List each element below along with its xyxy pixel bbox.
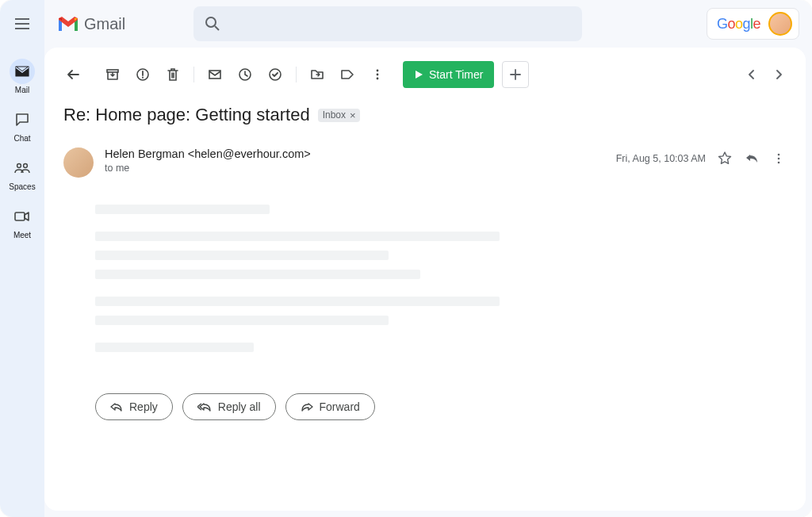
hamburger-icon (15, 18, 29, 29)
mark-unread-button[interactable] (201, 60, 229, 89)
sender-avatar[interactable] (63, 147, 94, 178)
nav-item-spaces[interactable]: Spaces (2, 151, 43, 199)
placeholder-bar (95, 232, 500, 241)
clock-icon (238, 67, 252, 82)
labels-button[interactable] (333, 60, 362, 89)
left-nav-rail: Mail Chat Spaces Meet (0, 0, 44, 517)
sender-line: Helen Bergman <helen@everhour.com> (105, 147, 616, 160)
chip-text: Inbox (323, 109, 346, 121)
chip-remove-icon[interactable]: × (347, 109, 358, 121)
svg-point-10 (377, 74, 379, 76)
nav-item-meet[interactable]: Meet (2, 199, 43, 247)
subject-row: Re: Home page: Getting started Inbox × (63, 105, 791, 125)
mail-icon (15, 66, 29, 77)
prev-message-button[interactable] (739, 62, 764, 87)
gmail-logo-text: Gmail (84, 15, 125, 33)
reply-icon (110, 401, 123, 412)
email-timestamp: Fri, Aug 5, 10:03 AM (616, 153, 706, 164)
placeholder-bar (95, 251, 389, 260)
start-timer-button[interactable]: Start Timer (403, 61, 494, 88)
nav-item-chat[interactable]: Chat (2, 102, 43, 151)
toolbar-separator (193, 67, 194, 82)
chevron-left-icon (748, 70, 756, 79)
svg-point-13 (778, 158, 780, 160)
svg-point-9 (377, 70, 379, 72)
plus-icon (509, 68, 522, 81)
reply-all-label: Reply all (218, 400, 261, 413)
inbox-label-chip[interactable]: Inbox × (318, 109, 360, 122)
message-more-button[interactable] (771, 151, 787, 167)
reply-actions: Reply Reply all Forward (95, 393, 791, 420)
app-shell: Mail Chat Spaces Meet (0, 0, 812, 517)
svg-rect-6 (209, 71, 220, 79)
placeholder-bar (95, 205, 270, 214)
chat-icon (15, 113, 29, 127)
spam-button[interactable] (128, 60, 157, 89)
gmail-logo[interactable]: Gmail (57, 15, 184, 33)
placeholder-bar (95, 343, 254, 352)
meet-icon (14, 211, 30, 222)
start-timer-label: Start Timer (429, 68, 483, 81)
envelope-icon (208, 67, 222, 82)
forward-label: Forward (320, 400, 360, 413)
nav-label-mail: Mail (15, 86, 29, 94)
star-button[interactable] (717, 151, 733, 167)
placeholder-bar (95, 316, 389, 325)
google-logo-text: Google (717, 16, 760, 33)
back-button[interactable] (59, 60, 87, 89)
archive-button[interactable] (98, 60, 127, 89)
svg-point-11 (377, 78, 379, 80)
nav-item-mail[interactable]: Mail (2, 54, 43, 102)
message-card: Start Timer Re: Home page: Getting start… (44, 48, 806, 511)
next-message-button[interactable] (766, 62, 791, 87)
recipient-line[interactable]: to me (105, 163, 616, 174)
google-account-chip[interactable]: Google (707, 8, 799, 40)
email-subject: Re: Home page: Getting started (63, 105, 310, 125)
spam-icon (136, 67, 150, 82)
forward-button[interactable]: Forward (285, 393, 375, 420)
folder-move-icon (310, 67, 324, 82)
reply-all-icon (197, 401, 212, 412)
more-vert-icon (370, 67, 385, 82)
chevron-right-icon (775, 70, 783, 79)
add-task-button[interactable] (261, 60, 289, 89)
add-button[interactable] (502, 61, 529, 88)
svg-point-12 (778, 154, 780, 156)
label-icon (340, 67, 354, 82)
main-menu-button[interactable] (6, 8, 38, 40)
placeholder-bar (95, 297, 500, 306)
delete-button[interactable] (159, 60, 187, 89)
nav-label-spaces: Spaces (9, 182, 35, 191)
search-input[interactable] (193, 6, 582, 41)
more-button[interactable] (363, 60, 392, 89)
forward-icon (301, 401, 313, 412)
gmail-logo-icon (57, 15, 79, 33)
email-body-placeholder (95, 205, 791, 370)
star-icon (718, 151, 732, 166)
svg-point-3 (206, 17, 216, 27)
arrow-left-icon (66, 67, 80, 82)
main-area: Gmail Google (44, 0, 812, 517)
svg-point-1 (24, 164, 28, 168)
nav-label-meet: Meet (13, 231, 31, 239)
task-icon (268, 67, 282, 82)
svg-point-0 (17, 164, 21, 168)
placeholder-bar (95, 270, 420, 279)
snooze-button[interactable] (231, 60, 259, 89)
message-toolbar: Start Timer (59, 59, 791, 90)
spaces-icon (14, 163, 30, 174)
play-icon (414, 70, 423, 79)
reply-icon (745, 151, 759, 166)
top-bar: Gmail Google (44, 0, 812, 48)
reply-label: Reply (129, 400, 158, 413)
reply-icon-button[interactable] (744, 151, 760, 167)
nav-label-chat: Chat (13, 134, 30, 143)
search-icon (205, 16, 220, 32)
toolbar-separator (296, 67, 297, 82)
reply-all-button[interactable]: Reply all (182, 393, 276, 420)
reply-button[interactable]: Reply (95, 393, 173, 420)
svg-rect-4 (107, 70, 118, 72)
svg-point-14 (778, 162, 780, 164)
trash-icon (166, 67, 180, 82)
move-to-button[interactable] (303, 60, 331, 89)
